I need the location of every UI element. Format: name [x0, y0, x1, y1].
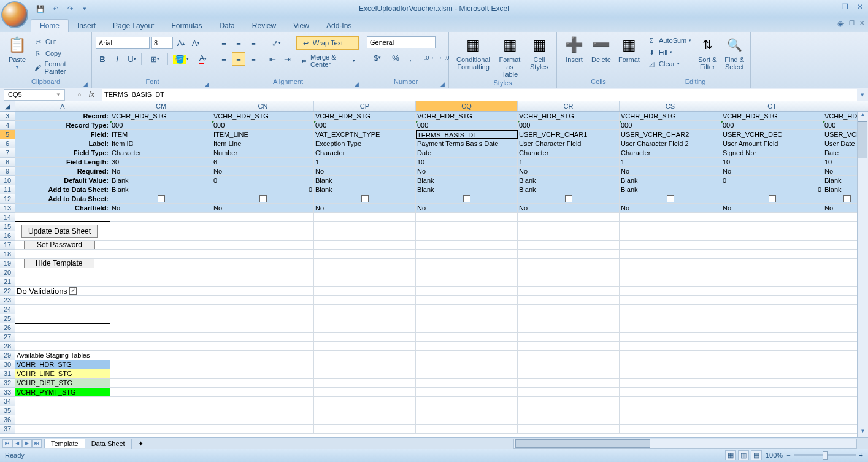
- cell-CM31[interactable]: [110, 369, 212, 379]
- cell-CS35[interactable]: [620, 406, 721, 415]
- cell-CN28[interactable]: [212, 342, 314, 351]
- vertical-scrollbar[interactable]: ▲ ▼: [857, 112, 868, 437]
- cell-CN3[interactable]: VCHR_HDR_STG: [212, 112, 314, 121]
- row-header-7[interactable]: 7: [0, 148, 15, 158]
- sheet-tab-template[interactable]: Template: [44, 439, 85, 448]
- cell-CP36[interactable]: [314, 415, 416, 425]
- align-top-button[interactable]: ≡: [217, 36, 231, 50]
- new-sheet-button[interactable]: ✦: [131, 439, 147, 449]
- cell-CR24[interactable]: [518, 305, 620, 314]
- cell-CM19[interactable]: [110, 259, 212, 268]
- cell-CM25[interactable]: [110, 314, 212, 323]
- row-header-8[interactable]: 8: [0, 158, 15, 167]
- cell-CS10[interactable]: Blank: [620, 176, 721, 185]
- cell-CP18[interactable]: [314, 250, 416, 259]
- cell-CN11[interactable]: 0: [212, 185, 314, 194]
- cell-CR7[interactable]: Character: [518, 148, 620, 158]
- cell-A17[interactable]: Set Password: [15, 241, 110, 250]
- cell-CM10[interactable]: Blank: [110, 176, 212, 185]
- cell-CS18[interactable]: [620, 250, 721, 259]
- cell-CQ22[interactable]: [416, 287, 518, 296]
- cell-CT10[interactable]: 0: [721, 176, 823, 185]
- cell-CP10[interactable]: Blank: [314, 176, 416, 185]
- cell-CT18[interactable]: [721, 250, 823, 259]
- cell-A22[interactable]: Do Validations: [15, 287, 110, 296]
- cell-CM18[interactable]: [110, 250, 212, 259]
- cell-CQ28[interactable]: [416, 342, 518, 351]
- dialog-launcher-icon[interactable]: ◢: [355, 81, 359, 87]
- cell-CR23[interactable]: [518, 296, 620, 305]
- underline-button[interactable]: U▾: [125, 52, 139, 66]
- cell-CM23[interactable]: [110, 296, 212, 305]
- cell-CT22[interactable]: [721, 287, 823, 296]
- cell-CN31[interactable]: [212, 369, 314, 379]
- do-validations-checkbox[interactable]: [69, 287, 77, 295]
- row-header-31[interactable]: 31: [0, 369, 15, 379]
- cell-CQ6[interactable]: Payment Terms Basis Date: [416, 139, 518, 148]
- cell-A35[interactable]: [15, 406, 110, 415]
- cell-A16[interactable]: [15, 231, 110, 241]
- cell-A3[interactable]: Record:: [15, 112, 110, 121]
- cell-CP29[interactable]: [314, 351, 416, 360]
- row-header-5[interactable]: 5: [0, 130, 15, 139]
- scroll-up-icon[interactable]: ▲: [858, 112, 868, 121]
- row-header-28[interactable]: 28: [0, 342, 15, 351]
- row-header-32[interactable]: 32: [0, 379, 15, 388]
- cell-A21[interactable]: [15, 277, 110, 287]
- expand-formula-icon[interactable]: ▾: [857, 91, 868, 99]
- cell-CT34[interactable]: [721, 397, 823, 406]
- cell-CP25[interactable]: [314, 314, 416, 323]
- cell-CT7[interactable]: Signed Nbr: [721, 148, 823, 158]
- cell-CT32[interactable]: [721, 379, 823, 388]
- cell-CQ13[interactable]: No: [416, 204, 518, 213]
- sort-filter-button[interactable]: ⇅Sort & Filter: [694, 34, 721, 72]
- dialog-launcher-icon[interactable]: ◢: [205, 81, 209, 87]
- cell-CS25[interactable]: [620, 314, 721, 323]
- cell-CQ29[interactable]: [416, 351, 518, 360]
- cell-CP11[interactable]: Blank: [314, 185, 416, 194]
- cell-A33[interactable]: VCHR_PYMT_STG: [15, 388, 110, 397]
- tab-review[interactable]: Review: [244, 20, 285, 32]
- cell-CR37[interactable]: [518, 425, 620, 434]
- number-format-input[interactable]: [367, 36, 436, 48]
- row-header-14[interactable]: 14: [0, 213, 15, 222]
- row-header-12[interactable]: 12: [0, 194, 15, 204]
- cell-CN20[interactable]: [212, 268, 314, 277]
- cell-CT16[interactable]: [721, 231, 823, 241]
- bold-button[interactable]: B: [96, 52, 109, 66]
- cell-CT13[interactable]: No: [721, 204, 823, 213]
- cell-A6[interactable]: Label:: [15, 139, 110, 148]
- cell-CT33[interactable]: [721, 388, 823, 397]
- cell-CS11[interactable]: Blank: [620, 185, 721, 194]
- cell-CS22[interactable]: [620, 287, 721, 296]
- cell-CN14[interactable]: [212, 213, 314, 222]
- cell-A14[interactable]: [15, 213, 110, 222]
- cell-CN13[interactable]: No: [212, 204, 314, 213]
- cell-CS24[interactable]: [620, 305, 721, 314]
- cell-CM13[interactable]: No: [110, 204, 212, 213]
- row-header-10[interactable]: 10: [0, 176, 15, 185]
- row-header-25[interactable]: 25: [0, 314, 15, 323]
- cell-CN15[interactable]: [212, 222, 314, 231]
- cell-CR20[interactable]: [518, 268, 620, 277]
- wrap-text-button[interactable]: ↩Wrap Text: [296, 36, 359, 50]
- cell-A31[interactable]: VCHR_LINE_STG: [15, 369, 110, 379]
- cell-CP24[interactable]: [314, 305, 416, 314]
- cell-A24[interactable]: [15, 305, 110, 314]
- col-header-CM[interactable]: CM: [110, 101, 212, 111]
- italic-button[interactable]: I: [110, 52, 124, 66]
- cell-CT9[interactable]: No: [721, 167, 823, 176]
- tab-page-layout[interactable]: Page Layout: [104, 20, 163, 32]
- cell-CT5[interactable]: USER_VCHR_DEC: [721, 130, 823, 139]
- add-to-data-sheet-checkbox[interactable]: [769, 195, 776, 202]
- cell-CN32[interactable]: [212, 379, 314, 388]
- row-header-29[interactable]: 29: [0, 351, 15, 360]
- cell-CM29[interactable]: [110, 351, 212, 360]
- cell-A30[interactable]: VCHR_HDR_STG: [15, 360, 110, 369]
- cell-A28[interactable]: [15, 342, 110, 351]
- cell-CR9[interactable]: No: [518, 167, 620, 176]
- select-all-corner[interactable]: ◢: [0, 101, 15, 111]
- cell-CN18[interactable]: [212, 250, 314, 259]
- cell-CP27[interactable]: [314, 333, 416, 342]
- cell-CT14[interactable]: [721, 213, 823, 222]
